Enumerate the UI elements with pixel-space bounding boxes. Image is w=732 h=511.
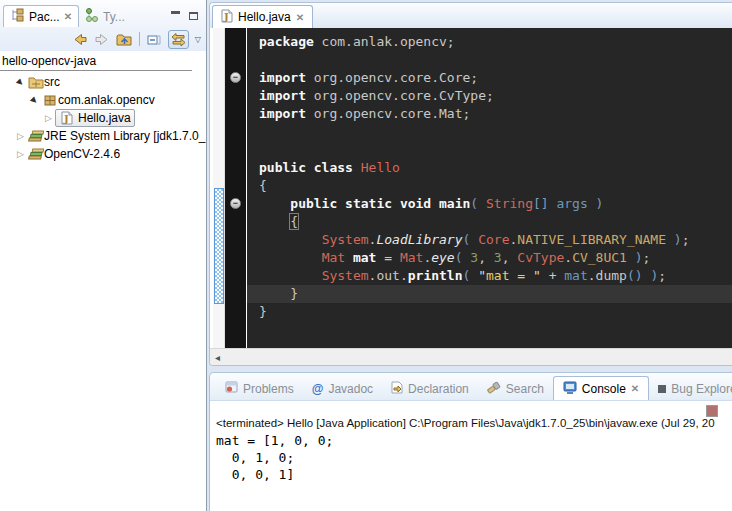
code-line-current: } <box>247 285 732 303</box>
code-line <box>247 123 732 141</box>
library-icon <box>27 148 44 161</box>
up-icon[interactable] <box>116 32 133 47</box>
console-output: mat = [1, 0, 0; 0, 1, 0; 0, 0, 1] <box>216 432 732 483</box>
package-explorer-header: Pac... ✕ Ty... ▽ <box>0 0 206 51</box>
tab-label: Bug Explorer <box>671 382 732 396</box>
tab-console[interactable]: Console✕ <box>553 376 649 400</box>
project-tree[interactable]: ▶src▶com.anlak.opencv▷JHello.java▷JRE Sy… <box>0 71 206 163</box>
bottom-tab-bar: Problems@JavadocDeclarationSearchConsole… <box>210 373 732 401</box>
close-icon[interactable]: ✕ <box>631 383 639 394</box>
code-line: { <box>247 213 732 231</box>
editor-panel: J Hello.java ✕ −− package com.anlak.open… <box>209 2 732 366</box>
tree-item-label: src <box>44 75 60 89</box>
tab-package-explorer[interactable]: Pac... ✕ <box>3 5 79 27</box>
expand-arrow-icon[interactable]: ▶ <box>27 92 43 108</box>
close-icon[interactable]: ✕ <box>64 11 72 22</box>
back-icon[interactable] <box>72 32 88 47</box>
package-explorer-panel: Pac... ✕ Ty... ▽ <box>0 0 207 511</box>
tree-item-label: Hello.java <box>78 111 131 125</box>
code-line: public static void main( String[] args ) <box>247 195 732 213</box>
folding-gutter[interactable]: −− <box>225 28 246 348</box>
project-root-item[interactable]: hello-opencv-java <box>0 51 206 70</box>
terminate-icon[interactable] <box>706 405 718 417</box>
close-icon[interactable]: ✕ <box>296 12 304 23</box>
code-area[interactable]: package com.anlak.opencv;import org.open… <box>246 28 732 348</box>
tab-hello-java[interactable]: J Hello.java ✕ <box>212 5 313 28</box>
expand-arrow-icon[interactable]: ▷ <box>14 149 27 159</box>
package-explorer-icon <box>10 8 25 25</box>
link-with-editor-icon[interactable] <box>168 30 189 49</box>
editor-tab-bar: J Hello.java ✕ <box>210 3 732 28</box>
tab-type-hierarchy[interactable]: Ty... <box>79 6 131 27</box>
console-view[interactable]: <terminated> Hello [Java Application] C:… <box>210 417 732 483</box>
package-explorer-toolbar: ▽ <box>0 27 206 51</box>
expand-arrow-icon[interactable]: ▷ <box>14 131 27 141</box>
code-line: package com.anlak.opencv; <box>247 33 732 51</box>
tree-item-src[interactable]: ▶src <box>0 73 206 91</box>
console-toolbar <box>210 401 732 417</box>
project-root-label: hello-opencv-java <box>2 54 96 68</box>
tree-item-label: OpenCV-2.4.6 <box>44 147 120 161</box>
java-file-icon: J <box>221 9 233 26</box>
tree-item-com-anlak-opencv[interactable]: ▶com.anlak.opencv <box>0 91 206 109</box>
code-line: Mat mat = Mat.eye( 3, 3, CvType.CV_8UC1 … <box>247 249 732 267</box>
tab-declaration[interactable]: Declaration <box>382 377 478 400</box>
tab-problems[interactable]: Problems <box>216 377 303 400</box>
eclipse-window: Pac... ✕ Ty... ▽ <box>0 0 732 511</box>
type-hierarchy-icon <box>85 8 99 25</box>
tab-label: Search <box>506 382 544 396</box>
tree-item-label: JRE System Library [jdk1.7.0_25] <box>44 129 206 143</box>
view-menu-icon[interactable]: ▽ <box>195 35 201 44</box>
toolbar-separator <box>139 32 140 46</box>
collapse-all-icon[interactable] <box>146 32 162 47</box>
search-icon <box>487 381 501 397</box>
left-tab-bar: Pac... ✕ Ty... <box>0 3 206 27</box>
tab-label: Ty... <box>103 10 125 24</box>
code-line: import org.opencv.core.CvType; <box>247 87 732 105</box>
tab-label: Console <box>582 382 626 396</box>
minimize-icon[interactable] <box>171 11 180 21</box>
horizontal-scrollbar[interactable]: ◂ <box>210 348 732 365</box>
tree-item-label: com.anlak.opencv <box>58 93 155 107</box>
code-line: public class Hello <box>247 159 732 177</box>
tab-label: Javadoc <box>328 382 373 396</box>
range-indicator <box>214 188 224 304</box>
tab-javadoc[interactable]: @Javadoc <box>303 377 382 400</box>
code-line: import org.opencv.core.Core; <box>247 69 732 87</box>
problems-icon <box>225 381 238 396</box>
tree-item-jre-system-library-jdk1-7-0-25-[interactable]: ▷JRE System Library [jdk1.7.0_25] <box>0 127 206 145</box>
java-file-icon: J <box>58 111 75 125</box>
tab-search[interactable]: Search <box>478 377 553 400</box>
code-line <box>247 141 732 159</box>
fold-collapse-icon[interactable]: − <box>230 72 241 83</box>
expand-arrow-icon[interactable]: ▶ <box>13 74 29 90</box>
selected-item-box: JHello.java <box>55 109 135 127</box>
code-line: import org.opencv.core.Mat; <box>247 105 732 123</box>
annotation-ruler[interactable] <box>213 28 225 348</box>
tree-item-hello-java[interactable]: ▷JHello.java <box>0 109 206 127</box>
tab-bug-explorer[interactable]: Bug Explorer <box>649 377 732 400</box>
javadoc-icon: @ <box>312 382 324 396</box>
declaration-icon <box>391 381 403 397</box>
tree-item-opencv-2-4-6[interactable]: ▷OpenCV-2.4.6 <box>0 145 206 163</box>
console-process-header: <terminated> Hello [Java Application] C:… <box>216 417 732 432</box>
code-line: { <box>247 177 732 195</box>
forward-icon[interactable] <box>94 32 110 47</box>
bottom-views-panel: Problems@JavadocDeclarationSearchConsole… <box>209 372 732 511</box>
console-icon <box>563 381 577 397</box>
code-line: System.LoadLibrary( Core.NATIVE_LIBRARY_… <box>247 231 732 249</box>
editor-body[interactable]: −− package com.anlak.opencv;import org.o… <box>210 28 732 348</box>
package-icon <box>41 94 58 107</box>
tab-label: Pac... <box>29 10 60 24</box>
svg-text:J: J <box>223 11 229 22</box>
tab-label: Declaration <box>408 382 469 396</box>
bug-icon <box>658 382 666 396</box>
code-line: System.out.println( "mat = " + mat.dump(… <box>247 267 732 285</box>
svg-text:J: J <box>63 113 69 124</box>
expand-arrow-icon[interactable]: ▷ <box>42 113 55 123</box>
code-line: } <box>247 303 732 321</box>
fold-collapse-icon[interactable]: − <box>230 198 241 209</box>
scroll-left-arrow-icon[interactable]: ◂ <box>215 352 220 363</box>
package-folder-icon <box>27 76 44 89</box>
maximize-icon[interactable] <box>189 12 198 20</box>
